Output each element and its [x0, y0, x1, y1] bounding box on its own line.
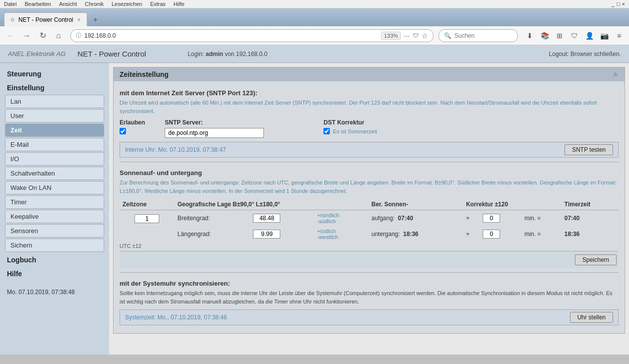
- sidebar-section-hilfe[interactable]: Hilfe: [5, 267, 104, 281]
- app-header: ANEL Elektronik AG NET - Power Control L…: [0, 45, 629, 63]
- camera-btn[interactable]: 📷: [598, 30, 610, 42]
- login-from: von 192.168.0.0: [225, 51, 267, 58]
- westlich-label: -westlich: [317, 234, 366, 240]
- sidebar-item-user[interactable]: User: [5, 109, 104, 122]
- ellipsis-btn[interactable]: ···: [404, 32, 410, 40]
- menu-bearbeiten[interactable]: Bearbeiten: [25, 1, 51, 7]
- speichern-btn[interactable]: Speichern: [575, 254, 617, 265]
- app-title: NET - Power Control: [77, 50, 146, 58]
- search-input[interactable]: [454, 32, 512, 39]
- timerzeit-untergang: 18:36: [565, 231, 580, 238]
- sntp-server-label: SNTP Server:: [165, 119, 264, 126]
- menu-hilfe[interactable]: Hilfe: [174, 1, 185, 7]
- internal-clock-label: Interne Uhr: Mo. 07.10.2019, 07:38:47: [125, 146, 226, 153]
- shield-icon: 🛡: [413, 32, 419, 39]
- back-btn[interactable]: ←: [4, 29, 18, 43]
- col-korrektur: Korrektur ±120: [463, 199, 561, 210]
- sidebar-item-zeit[interactable]: Zeit: [5, 123, 104, 137]
- menu-datei[interactable]: Datei: [4, 1, 17, 7]
- zeitzone-input[interactable]: [134, 214, 159, 223]
- erlauben-checkbox[interactable]: [120, 128, 126, 134]
- sntp-section-title: mit dem Internet Zeit Server (SNTP Port …: [120, 86, 619, 99]
- breitengrad-input[interactable]: [253, 214, 280, 223]
- zoom-level[interactable]: 133%: [381, 32, 401, 40]
- library-btn[interactable]: 📚: [539, 30, 551, 42]
- col-timerzeit: Timerzeit: [562, 199, 619, 210]
- window-minimize[interactable]: _: [612, 1, 615, 7]
- menu-chronik[interactable]: Chronik: [85, 1, 104, 7]
- new-tab-btn[interactable]: +: [90, 14, 101, 25]
- save-row: Speichern: [120, 251, 619, 268]
- sidebar-datetime: Mo. 07.10.2019, 07:38:48: [5, 287, 104, 298]
- timerzeit-aufgang: 07:40: [565, 215, 580, 222]
- window-maximize[interactable]: □: [617, 1, 620, 7]
- col-ber-sonnen: Ber. Sonnen-: [369, 199, 463, 210]
- sidebar-item-keepalive[interactable]: Keepalive: [5, 210, 104, 223]
- dst-checkbox-row: Es ist Sommerzeit: [323, 128, 377, 134]
- sntp-form-row: Erlauben SNTP Server: DST Korrektur: [120, 119, 619, 138]
- company-name: ANEL Elektronik AG: [8, 50, 65, 58]
- sidebar-item-wol[interactable]: Wake On LAN: [5, 181, 104, 194]
- subsection-divider-1: [120, 162, 619, 162]
- menu-ansicht[interactable]: Ansicht: [59, 1, 77, 7]
- sidebar-item-sichern[interactable]: Sichern: [5, 239, 104, 252]
- korrektur-plus-1: +: [463, 210, 480, 227]
- sidebar-section-einstellung[interactable]: Einstellung: [5, 81, 104, 95]
- forward-btn[interactable]: →: [20, 29, 34, 43]
- aufgang-value: 07:40: [398, 215, 413, 222]
- bookmark-icon[interactable]: ☆: [422, 32, 428, 40]
- col-geo-lage: Geografische Lage B±90,0° L±180,0°: [175, 199, 369, 210]
- search-bar-wrapper: 🔍: [439, 29, 518, 42]
- address-input[interactable]: [84, 32, 378, 39]
- section-body: mit dem Internet Zeit Server (SNTP Port …: [114, 81, 625, 333]
- menu-lesezeichen[interactable]: Lesezeichen: [112, 1, 142, 7]
- korrektur-untergang-input[interactable]: [483, 230, 500, 239]
- erlauben-group: Erlauben: [120, 119, 145, 134]
- login-prefix: Login:: [188, 51, 204, 58]
- langengrad-input[interactable]: [253, 230, 280, 239]
- aufgang-label: aufgang:: [372, 215, 395, 222]
- sntp-server-group: SNTP Server:: [165, 119, 264, 138]
- internal-clock-bar: Interne Uhr: Mo. 07.10.2019, 07:38:47 SN…: [120, 142, 619, 158]
- search-glass-icon: 🔍: [444, 32, 451, 39]
- shield-btn[interactable]: 🛡: [568, 30, 580, 42]
- login-info: Login: admin von 192.168.0.0: [188, 51, 267, 58]
- content-area: Zeiteinstellung ★ mit dem Internet Zeit …: [109, 63, 629, 355]
- korrektur-min-2: min. =: [521, 226, 561, 242]
- reload-btn[interactable]: ↻: [36, 29, 50, 43]
- korrektur-aufgang-input[interactable]: [483, 214, 500, 223]
- active-tab[interactable]: ⊙ NET - Power Control ×: [4, 12, 87, 26]
- layout-btn[interactable]: ⊞: [554, 30, 566, 42]
- sidebar-item-schaltverhalten[interactable]: Schaltverhalten: [5, 167, 104, 180]
- tab-close-btn[interactable]: ×: [77, 16, 80, 23]
- system-clock-bar: Systemzeit: Mo., 07.10.2019, 07:38:46 Uh…: [120, 309, 619, 325]
- menu-extras[interactable]: Extras: [150, 1, 166, 7]
- sunrise-section-title: Sonnenauf- und untergang: [120, 166, 619, 179]
- dst-checkbox[interactable]: [323, 128, 330, 134]
- sntp-info-text: Die Uhrzeit wird automatisch (alle 60 Mi…: [120, 99, 619, 115]
- sidebar-item-timer[interactable]: Timer: [5, 195, 104, 209]
- utc-note: UTC ±12: [120, 243, 619, 249]
- systemclock-info-text: Sollte kein Internetzugang möglich sein,…: [120, 289, 619, 305]
- profile-btn[interactable]: 👤: [583, 30, 595, 42]
- window-close[interactable]: ×: [622, 1, 625, 7]
- col-zeitzone: Zeitzone: [120, 199, 175, 210]
- menu-btn[interactable]: ≡: [613, 30, 625, 42]
- untergang-label: untergang:: [372, 231, 400, 238]
- sidebar-item-io[interactable]: I/O: [5, 152, 104, 166]
- table-row-aufgang: Breitengrad: +nördlich -südlich aufgang:…: [120, 210, 619, 227]
- sntp-server-input[interactable]: [165, 128, 264, 138]
- sidebar-item-email[interactable]: E-Mail: [5, 138, 104, 151]
- sidebar-section-logbuch[interactable]: Logbuch: [5, 253, 104, 267]
- sntp-test-btn[interactable]: SNTP testen: [565, 144, 613, 155]
- sidebar-item-sensoren[interactable]: Sensoren: [5, 224, 104, 238]
- breitengrad-label: Breitengrad:: [175, 210, 251, 227]
- subsection-divider-2: [120, 272, 619, 273]
- logout-info: Logout: Browser schließen.: [549, 51, 621, 58]
- home-btn[interactable]: ⌂: [52, 29, 65, 43]
- sidebar-item-lan[interactable]: Lan: [5, 95, 104, 108]
- uhr-stellen-btn[interactable]: Uhr stellen: [570, 312, 613, 323]
- dst-subtext: Es ist Sommerzeit: [333, 128, 377, 134]
- download-btn[interactable]: ⬇: [524, 30, 536, 42]
- sidebar-section-steuerung[interactable]: Steuerung: [5, 67, 104, 81]
